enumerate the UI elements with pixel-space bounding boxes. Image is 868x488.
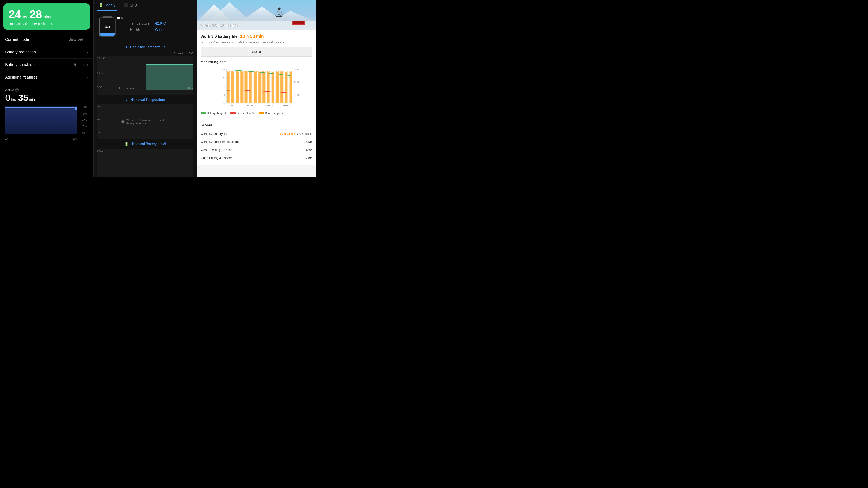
svg-rect-48 — [245, 71, 246, 103]
svg-text:80: 80 — [223, 76, 225, 79]
score-row-3: Video Editing 3.0 score 7185 — [200, 154, 312, 162]
benchmark-result-section: Work 3.0 battery life 10 h 33 min Sorry,… — [197, 30, 316, 122]
temperature-row: Temperature 42.9°C — [130, 22, 166, 25]
svg-rect-39 — [233, 72, 234, 103]
health-row: Health Good — [130, 28, 166, 32]
svg-rect-46 — [242, 72, 243, 103]
help-icon[interactable]: ? — [16, 88, 19, 92]
y-0c: 0 °C — [97, 86, 105, 89]
health-label: Health — [130, 28, 152, 32]
score-name-0: Work 3.0 battery life — [200, 132, 227, 135]
benchmark-note: Sorry, we don't have enough data to comp… — [200, 40, 312, 44]
svg-text:Pass 0: Pass 0 — [227, 104, 234, 107]
menu-item-battery-checkup[interactable]: Battery check-up 6 items › — [0, 59, 93, 71]
realtime-chart-area: 100 °C 50 °C 0 °C 1 minute ago Now — [97, 56, 193, 95]
hy-50c: 50°C — [97, 118, 104, 121]
y-label-75: 75% — [82, 112, 88, 115]
tab-battery[interactable]: 🔋 Battery — [97, 0, 117, 11]
hist-battery-title: Historical Battery Level — [130, 142, 166, 146]
menu-item-additional-features[interactable]: Additional features › — [0, 71, 93, 84]
legend-color-score — [259, 112, 264, 114]
svg-rect-56 — [255, 72, 256, 103]
hist-battery-icon: 🔋 — [124, 142, 129, 146]
score-row-1: Work 3.0 performance score 14436 — [200, 138, 312, 146]
historical-temp-chart: 100°C 50°C 0°C 🕐 We need 10 minutes to c… — [97, 104, 193, 139]
menu-label-battery-protection: Battery protection — [5, 50, 36, 55]
svg-rect-67 — [269, 71, 270, 103]
svg-rect-43 — [239, 72, 239, 103]
battery-checkup-value: 6 items — [74, 63, 85, 67]
active-time-display: 0 hrs 35 mins — [5, 93, 88, 103]
svg-rect-81 — [287, 71, 288, 103]
svg-rect-68 — [271, 71, 272, 103]
realtime-chart-plot: 1 minute ago Now — [108, 56, 193, 90]
share-button[interactable]: SHARE — [200, 47, 312, 57]
svg-text:100: 100 — [222, 68, 225, 70]
score-value-1: 14436 — [304, 140, 312, 143]
svg-rect-36 — [229, 71, 230, 103]
score-row-0: Work 3.0 battery life 10 h 33 min (10 h … — [200, 130, 312, 138]
current-value: 42.9°C — [185, 52, 193, 55]
svg-text:12000: 12000 — [294, 68, 300, 70]
menu-item-battery-protection[interactable]: Battery protection › — [0, 46, 93, 59]
legend-color-temperature — [230, 112, 236, 114]
menu-label-current-mode: Current mode — [5, 37, 29, 42]
svg-rect-51 — [249, 71, 250, 103]
svg-rect-77 — [282, 71, 283, 103]
svg-rect-44 — [240, 71, 241, 103]
battery-hours: 24 — [9, 8, 21, 21]
active-hours: 0 — [5, 93, 10, 103]
svg-rect-34 — [227, 71, 228, 103]
x-label-end: Now — [72, 137, 77, 140]
scores-section: Scores Work 3.0 battery life 10 h 33 min… — [197, 122, 316, 165]
active-text: Active — [5, 88, 14, 92]
monitoring-chart: 100 80 60 40 20 12000 8000 4000 — [200, 67, 312, 110]
svg-rect-42 — [237, 71, 238, 103]
tab-cpu[interactable]: ⬛ CPU — [122, 0, 139, 11]
svg-rect-66 — [268, 72, 269, 103]
chevron-icon-battery-checkup: › — [87, 62, 88, 67]
svg-rect-84 — [291, 71, 292, 103]
realtime-title: Real-time Temperature — [130, 45, 165, 49]
mins-label: mins — [43, 15, 51, 19]
svg-rect-73 — [277, 72, 278, 103]
score-row-2: Web Browsing 3.0 score 14355 — [200, 146, 312, 154]
scores-title: Scores — [200, 122, 312, 127]
battery-minutes: 28 — [30, 8, 42, 21]
menu-item-current-mode[interactable]: Current mode Balanced ⌃ — [0, 33, 93, 46]
realtime-chart-container: Current: 42.9°C 100 °C 50 °C 0 °C 1 minu… — [94, 52, 197, 95]
y-100c: 100 °C — [97, 57, 105, 60]
current-label: Current: — [174, 52, 184, 55]
clock-icon: 🕐 — [121, 120, 125, 123]
svg-rect-64 — [266, 71, 267, 103]
benchmark-title-row: Work 3.0 battery life 10 h 33 min — [200, 34, 312, 39]
realtime-x-labels: 1 minute ago Now — [119, 87, 193, 90]
hero-image: Work 3.0 battery life — [197, 0, 316, 30]
svg-rect-50 — [247, 72, 248, 103]
svg-rect-37 — [231, 71, 231, 103]
hist-temp-title: Historical Temperature — [130, 98, 165, 102]
hy-0c: 0°C — [97, 131, 104, 134]
svg-rect-49 — [246, 71, 247, 103]
monitoring-title: Monitoring data — [200, 60, 312, 64]
legend-color-battery — [200, 112, 206, 114]
legend-temperature: Temperature °C — [230, 112, 255, 115]
svg-rect-61 — [262, 71, 262, 103]
svg-rect-40 — [235, 71, 236, 103]
graph-fill — [5, 108, 77, 134]
svg-rect-59 — [259, 72, 260, 103]
active-hrs-label: hrs — [11, 98, 16, 102]
hist-placeholder-text: We need 10 minutes to collect data, plea… — [126, 119, 169, 125]
y-label-100: 100% — [82, 106, 88, 109]
y-label-50: 50% — [82, 119, 88, 122]
active-label-row: Active ? — [5, 88, 88, 92]
current-temp-display: Current: 42.9°C — [97, 52, 193, 56]
x-label-start: 17 — [5, 137, 8, 140]
svg-rect-58 — [258, 71, 259, 103]
historical-battery-header: 🔋 Historical Battery Level — [94, 139, 197, 149]
svg-text:Pass 40: Pass 40 — [265, 104, 273, 107]
monitoring-svg: 100 80 60 40 20 12000 8000 4000 — [201, 67, 312, 110]
menu-list: Current mode Balanced ⌃ Battery protecti… — [0, 33, 93, 84]
svg-rect-35 — [228, 72, 229, 103]
svg-rect-57 — [256, 71, 257, 103]
